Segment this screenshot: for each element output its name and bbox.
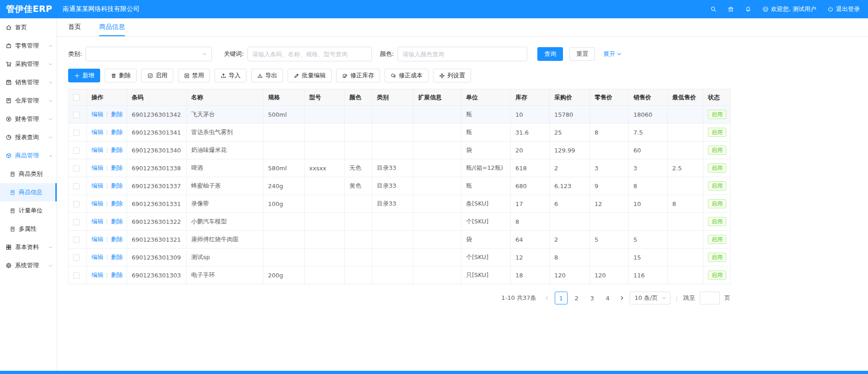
- sidebar-item-retail[interactable]: 零售管理: [0, 37, 57, 55]
- cell-name: 康师傅红烧牛肉面: [187, 231, 263, 249]
- delete-link[interactable]: 删除: [111, 111, 123, 118]
- cell-color: [345, 249, 372, 266]
- sidebar-item-product[interactable]: 商品管理: [0, 146, 57, 165]
- column-settings-button[interactable]: 列设置: [433, 69, 471, 82]
- cell-stock: 20: [511, 141, 550, 159]
- keyword-input[interactable]: [247, 47, 372, 61]
- cell-barcode: 6901236301340: [127, 141, 187, 159]
- row-checkbox[interactable]: [73, 219, 80, 225]
- delete-link[interactable]: 删除: [111, 254, 123, 260]
- tab-product-info[interactable]: 商品信息: [99, 18, 125, 36]
- search-icon[interactable]: [710, 6, 717, 12]
- color-input[interactable]: [397, 47, 527, 61]
- export-icon: [257, 73, 263, 79]
- tab-home[interactable]: 首页: [68, 18, 81, 36]
- select-all-checkbox[interactable]: [73, 94, 80, 101]
- export-button[interactable]: 导出: [251, 69, 283, 82]
- edit-link[interactable]: 编辑: [91, 254, 103, 260]
- delete-button[interactable]: 删除: [105, 69, 137, 82]
- jump-page-input[interactable]: [700, 292, 720, 304]
- prev-page-button[interactable]: [544, 295, 550, 301]
- cell-color: [345, 231, 372, 249]
- sidebar-item-system[interactable]: 系统管理: [0, 256, 57, 275]
- delete-link[interactable]: 删除: [111, 236, 123, 243]
- column-header-stock: 库存: [511, 89, 550, 106]
- reset-button[interactable]: 重置: [569, 47, 595, 61]
- cell-unit: 只[SKU]: [461, 266, 511, 284]
- category-select[interactable]: [86, 47, 212, 61]
- row-checkbox[interactable]: [73, 237, 80, 243]
- delete-link[interactable]: 删除: [111, 182, 123, 189]
- row-checkbox[interactable]: [73, 130, 80, 136]
- sidebar-item-warehouse[interactable]: 仓库管理: [0, 92, 57, 110]
- page-size-select[interactable]: 10 条/页: [630, 292, 670, 304]
- edit-link[interactable]: 编辑: [91, 111, 103, 118]
- chevron-down-icon: [48, 117, 53, 122]
- sidebar-subitem-product-info[interactable]: 商品信息: [0, 183, 57, 201]
- app-logo: 管伊佳ERP: [0, 3, 57, 15]
- next-page-button[interactable]: [619, 295, 625, 301]
- filter-bar: 类别: 关键词: 颜色: 查询 重置 展开: [57, 37, 868, 64]
- delete-link[interactable]: 删除: [111, 271, 123, 278]
- edit-link[interactable]: 编辑: [91, 129, 103, 136]
- disable-button[interactable]: 禁用: [178, 69, 210, 82]
- edit-link[interactable]: 编辑: [91, 200, 103, 207]
- row-checkbox[interactable]: [73, 255, 80, 261]
- sidebar-subitem-multi-attribute[interactable]: 多属性: [0, 220, 57, 238]
- import-button[interactable]: 导入: [214, 69, 246, 82]
- row-checkbox[interactable]: [73, 112, 80, 118]
- trash-icon: [111, 73, 117, 79]
- page-button-2[interactable]: 2: [570, 292, 583, 304]
- edit-link[interactable]: 编辑: [91, 164, 103, 171]
- edit-link[interactable]: 编辑: [91, 218, 103, 225]
- edit-link[interactable]: 编辑: [91, 236, 103, 243]
- cell-unit: 条[SKU]: [461, 195, 511, 213]
- cell-model: [305, 177, 345, 195]
- delete-link[interactable]: 删除: [111, 218, 123, 225]
- delete-link[interactable]: 删除: [111, 200, 123, 207]
- fix-cost-button[interactable]: 修正成本: [385, 69, 429, 82]
- edit-link[interactable]: 编辑: [91, 146, 103, 153]
- page-button-1[interactable]: 1: [555, 292, 568, 304]
- row-checkbox[interactable]: [73, 272, 80, 279]
- fix-stock-button[interactable]: 修正库存: [336, 69, 380, 82]
- batch-edit-button[interactable]: 批量编辑: [288, 69, 332, 82]
- doc-icon: [10, 226, 16, 232]
- logout-button[interactable]: 退出登录: [827, 5, 860, 13]
- status-badge: 启用: [708, 271, 726, 280]
- sidebar-subitem-measure-unit[interactable]: 计量单位: [0, 201, 57, 220]
- row-checkbox[interactable]: [73, 147, 80, 154]
- page-button-4[interactable]: 4: [601, 292, 614, 304]
- row-checkbox[interactable]: [73, 165, 80, 172]
- edit-link[interactable]: 编辑: [91, 182, 103, 189]
- user-menu[interactable]: 欢迎您, 测试用户: [762, 5, 816, 13]
- bank-icon[interactable]: [728, 6, 734, 12]
- edit-link[interactable]: 编辑: [91, 271, 103, 278]
- page-button-3[interactable]: 3: [586, 292, 599, 304]
- sidebar-item-label: 零售管理: [15, 42, 39, 50]
- delete-link[interactable]: 删除: [111, 146, 123, 153]
- bell-icon[interactable]: [745, 6, 751, 12]
- delete-link[interactable]: 删除: [111, 129, 123, 136]
- cell-sale: 15: [629, 249, 668, 266]
- warehouse-icon: [5, 98, 12, 104]
- product-icon: [5, 152, 12, 159]
- sidebar-item-sales[interactable]: 销售管理: [0, 73, 57, 92]
- add-button[interactable]: 新增: [68, 69, 100, 82]
- cell-ext: [413, 141, 461, 159]
- sidebar-item-purchase[interactable]: 采购管理: [0, 55, 57, 73]
- sidebar-item-report[interactable]: 报表查询: [0, 128, 57, 146]
- cell-name: 啤酒: [187, 159, 263, 177]
- sidebar-subitem-label: 多属性: [19, 225, 37, 233]
- table-row: 编辑|删除6901236301303电子手环200g只[SKU]18120120…: [69, 266, 731, 284]
- expand-link[interactable]: 展开: [603, 50, 622, 58]
- row-checkbox[interactable]: [73, 183, 80, 190]
- delete-link[interactable]: 删除: [111, 164, 123, 171]
- sidebar-item-home[interactable]: 首页: [0, 18, 57, 37]
- enable-button[interactable]: 启用: [141, 69, 173, 82]
- sidebar-item-finance[interactable]: 财务管理: [0, 110, 57, 128]
- sidebar-item-basic-data[interactable]: 基本资料: [0, 238, 57, 256]
- sidebar-subitem-product-category[interactable]: 商品类别: [0, 165, 57, 183]
- search-button[interactable]: 查询: [537, 47, 563, 61]
- row-checkbox[interactable]: [73, 201, 80, 207]
